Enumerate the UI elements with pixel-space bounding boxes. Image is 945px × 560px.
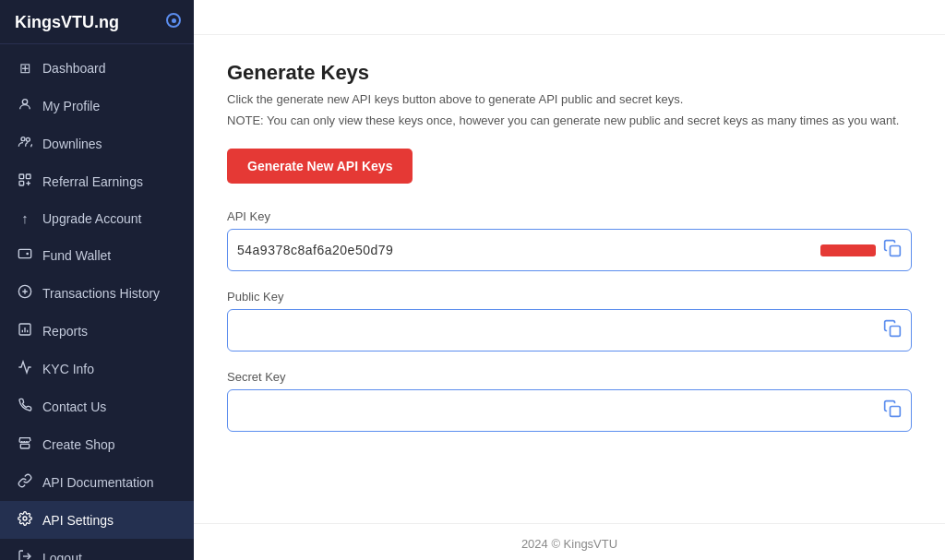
footer: 2024 © KingsVTU [194, 523, 945, 560]
wallet-icon [17, 246, 33, 264]
sidebar-item-my-profile[interactable]: My Profile [0, 87, 194, 125]
sidebar-item-label: Downlines [42, 137, 102, 151]
page-description-1: Click the generate new API keys button a… [227, 90, 912, 109]
sidebar-item-downlines[interactable]: Downlines [0, 125, 194, 162]
secret-key-label: Secret Key [227, 370, 912, 384]
svg-rect-12 [891, 245, 901, 256]
svg-point-1 [21, 137, 25, 141]
svg-point-0 [22, 100, 27, 104]
sidebar-item-label: My Profile [42, 99, 100, 113]
public-key-copy-icon[interactable] [883, 319, 902, 342]
svg-point-2 [26, 137, 30, 141]
page-description-2: NOTE: You can only view these keys once,… [227, 112, 912, 130]
public-key-field-group: Public Key [227, 290, 912, 351]
sidebar-item-label: KYC Info [42, 362, 94, 376]
sidebar-item-contact-us[interactable]: Contact Us [0, 387, 194, 425]
secret-key-copy-icon[interactable] [883, 399, 902, 423]
kyc-icon [17, 360, 33, 377]
top-bar [194, 0, 945, 35]
sidebar-item-referral-earnings[interactable]: Referral Earnings [0, 162, 194, 200]
page-content: Generate Keys Click the generate new API… [194, 35, 945, 523]
page-title: Generate Keys [227, 61, 912, 85]
api-settings-icon [17, 511, 33, 529]
sidebar-item-upgrade-account[interactable]: ↑ Upgrade Account [0, 200, 194, 236]
generate-api-keys-button[interactable]: Generate New API Keys [227, 149, 413, 184]
public-key-label: Public Key [227, 290, 912, 304]
sidebar-item-label: Create Shop [42, 437, 115, 452]
svg-rect-3 [19, 174, 24, 179]
transactions-icon [17, 284, 33, 302]
api-key-copy-icon[interactable] [883, 239, 902, 262]
api-key-input[interactable] [237, 243, 819, 257]
sidebar-item-dashboard[interactable]: ⊞ Dashboard [0, 50, 194, 87]
referral-icon [17, 173, 33, 190]
svg-point-10 [23, 517, 27, 520]
sidebar: KingsVTU.ng ⊞ Dashboard My Profile Downl… [0, 0, 194, 560]
dashboard-icon: ⊞ [17, 60, 33, 77]
sidebar-item-kyc-info[interactable]: KYC Info [0, 350, 194, 387]
sidebar-item-label: Dashboard [42, 61, 106, 76]
sidebar-item-fund-wallet[interactable]: Fund Wallet [0, 236, 194, 274]
sidebar-item-label: Transactions History [42, 286, 160, 301]
sidebar-logo: KingsVTU.ng [0, 0, 194, 44]
svg-rect-14 [891, 406, 901, 416]
sidebar-item-api-settings[interactable]: API Settings [0, 501, 194, 539]
contact-icon [17, 398, 33, 415]
sidebar-item-label: Fund Wallet [42, 248, 111, 263]
main-content-area: Generate Keys Click the generate new API… [194, 0, 945, 560]
public-key-input[interactable] [237, 323, 876, 338]
public-key-field-row [227, 309, 912, 351]
svg-rect-4 [26, 174, 30, 179]
svg-rect-9 [20, 444, 29, 448]
api-key-label: API Key [227, 209, 912, 223]
svg-rect-5 [19, 181, 24, 185]
svg-rect-13 [891, 326, 901, 336]
upgrade-icon: ↑ [17, 210, 33, 226]
secret-key-input[interactable] [237, 403, 876, 418]
shop-icon [17, 435, 33, 453]
sidebar-item-label: Contact Us [42, 399, 106, 414]
footer-text: 2024 © KingsVTU [521, 537, 617, 551]
arrow-annotation [194, 357, 208, 431]
sidebar-nav: ⊞ Dashboard My Profile Downlines Referra… [0, 44, 194, 560]
svg-rect-6 [18, 249, 30, 257]
profile-icon [17, 97, 33, 114]
sidebar-item-create-shop[interactable]: Create Shop [0, 425, 194, 463]
sidebar-item-label: Reports [42, 324, 88, 339]
sidebar-item-api-documentation[interactable]: API Documentation [0, 463, 194, 501]
reports-icon [17, 322, 33, 340]
sidebar-item-label: API Documentation [42, 475, 154, 490]
secret-key-field-group: Secret Key [227, 370, 912, 432]
sidebar-item-transactions-history[interactable]: Transactions History [0, 274, 194, 312]
api-key-field-group: API Key [227, 209, 912, 271]
downlines-icon [17, 135, 33, 152]
settings-dot-icon [166, 13, 181, 28]
api-key-field-row [227, 229, 912, 271]
sidebar-item-label: API Settings [42, 513, 114, 528]
api-key-redact [820, 244, 876, 256]
api-doc-icon [17, 473, 33, 491]
logo-text: KingsVTU.ng [15, 13, 119, 32]
sidebar-item-reports[interactable]: Reports [0, 312, 194, 350]
sidebar-item-label: Referral Earnings [42, 174, 143, 189]
sidebar-item-label: Logout [42, 551, 82, 561]
logout-icon [17, 549, 33, 560]
secret-key-field-row [227, 389, 912, 432]
sidebar-item-logout[interactable]: Logout [0, 539, 194, 560]
sidebar-item-label: Upgrade Account [42, 211, 141, 226]
